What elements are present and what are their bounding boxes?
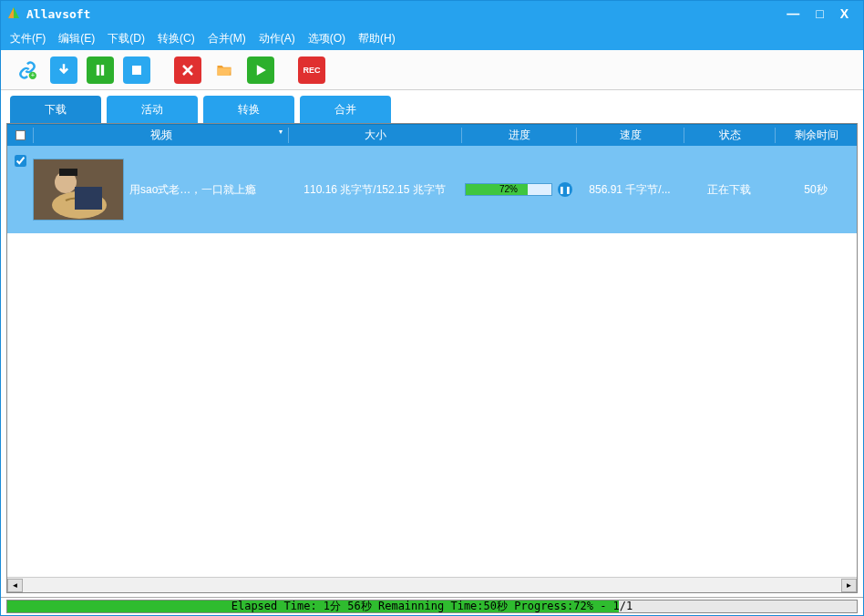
open-folder-button[interactable] <box>211 56 238 84</box>
tab-merge[interactable]: 合并 <box>300 96 391 123</box>
status-text: Elapsed Time: 1分 56秒 Remainning Time:50秒… <box>7 601 857 612</box>
video-title: 用sao式老…，一口就上瘾 <box>129 182 288 198</box>
paste-url-button[interactable]: + <box>14 56 41 84</box>
menu-bar: 文件(F) 编辑(E) 下载(D) 转换(C) 合并(M) 动作(A) 选项(O… <box>1 26 863 50</box>
tab-convert[interactable]: 转换 <box>203 96 294 123</box>
row-time: 50秒 <box>775 182 857 198</box>
row-speed: 856.91 千字节/... <box>576 182 684 198</box>
menu-file[interactable]: 文件(F) <box>10 31 46 46</box>
close-button[interactable]: X <box>840 6 849 21</box>
col-status[interactable]: 状态 <box>684 128 775 143</box>
toolbar: + REC <box>1 50 863 90</box>
menu-help[interactable]: 帮助(H) <box>358 31 396 46</box>
row-pause-button[interactable]: ❚❚ <box>558 182 572 197</box>
svg-rect-9 <box>75 187 102 210</box>
download-button[interactable] <box>50 56 77 84</box>
row-status: 正在下载 <box>684 182 775 198</box>
menu-merge[interactable]: 合并(M) <box>208 31 246 46</box>
scroll-right-icon[interactable]: ► <box>841 579 857 592</box>
svg-rect-2 <box>97 65 99 76</box>
chevron-down-icon: ▾ <box>279 128 283 136</box>
svg-rect-4 <box>132 66 141 75</box>
download-list: 视频▾ 大小 进度 速度 状态 剩余时间 用sao式老…，一口就上瘾 110.1… <box>6 123 858 593</box>
progress-label: 72% <box>466 184 551 195</box>
maximize-button[interactable]: □ <box>816 6 823 21</box>
menu-edit[interactable]: 编辑(E) <box>58 31 95 46</box>
play-button[interactable] <box>247 56 274 84</box>
overall-progress-bar: Elapsed Time: 1分 56秒 Remainning Time:50秒… <box>6 600 858 613</box>
download-row[interactable]: 用sao式老…，一口就上瘾 110.16 兆字节/152.15 兆字节 72% … <box>7 146 857 233</box>
status-bar: Elapsed Time: 1分 56秒 Remainning Time:50秒… <box>1 597 863 615</box>
column-header: 视频▾ 大小 进度 速度 状态 剩余时间 <box>7 124 857 146</box>
col-progress[interactable]: 进度 <box>461 128 576 143</box>
horizontal-scrollbar[interactable]: ◄ ► <box>7 577 857 592</box>
row-size: 110.16 兆字节/152.15 兆字节 <box>288 182 461 198</box>
record-button[interactable]: REC <box>298 56 325 84</box>
select-all-checkbox[interactable] <box>15 130 26 140</box>
svg-text:+: + <box>31 71 36 79</box>
svg-rect-8 <box>59 169 77 176</box>
video-thumbnail <box>33 159 124 221</box>
tab-activity[interactable]: 活动 <box>107 96 198 123</box>
menu-convert[interactable]: 转换(C) <box>158 31 195 46</box>
col-size[interactable]: 大小 <box>288 128 461 143</box>
empty-area <box>7 233 857 577</box>
svg-rect-3 <box>101 65 104 76</box>
col-video[interactable]: 视频▾ <box>33 128 288 143</box>
minimize-button[interactable]: — <box>787 6 799 21</box>
tab-download[interactable]: 下载 <box>10 96 101 123</box>
menu-options[interactable]: 选项(O) <box>308 31 345 46</box>
row-checkbox[interactable] <box>15 155 26 167</box>
stop-button[interactable] <box>123 56 150 84</box>
app-title: Allavsoft <box>26 7 787 21</box>
title-bar: Allavsoft — □ X <box>1 1 863 26</box>
scroll-left-icon[interactable]: ◄ <box>7 579 23 592</box>
delete-button[interactable] <box>174 56 201 84</box>
app-logo-icon <box>6 6 21 21</box>
menu-action[interactable]: 动作(A) <box>259 31 295 46</box>
row-progress-bar: 72% <box>465 183 552 196</box>
tab-bar: 下载 活动 转换 合并 <box>1 90 863 123</box>
col-time[interactable]: 剩余时间 <box>775 128 857 143</box>
col-speed[interactable]: 速度 <box>576 128 684 143</box>
menu-download[interactable]: 下载(D) <box>108 31 145 46</box>
pause-button[interactable] <box>87 56 114 84</box>
